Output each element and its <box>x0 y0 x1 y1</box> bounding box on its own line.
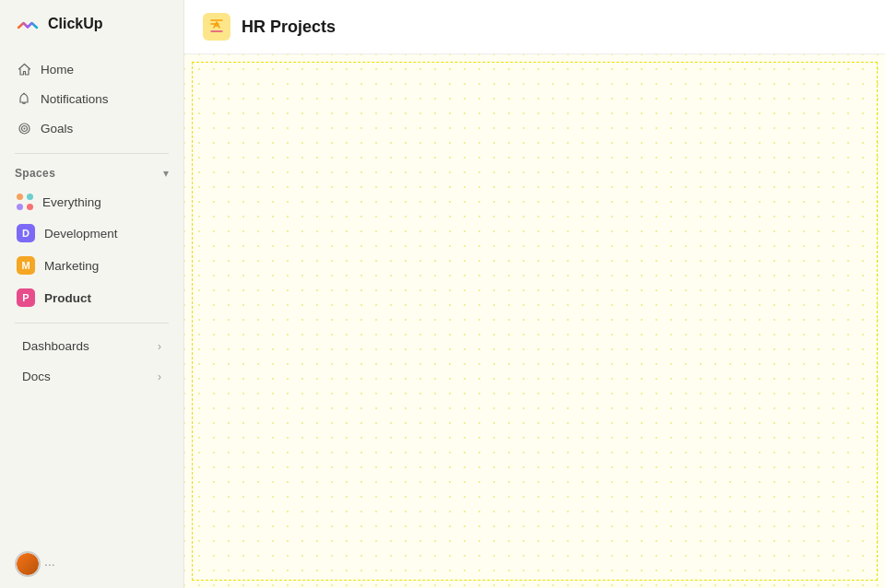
sidebar-item-docs[interactable]: Docs › <box>7 362 176 391</box>
sidebar-item-dashboards[interactable]: Dashboards › <box>7 332 176 360</box>
sidebar-item-product[interactable]: P Product <box>7 282 176 313</box>
nav-items: Home Notifications Goals <box>0 52 183 146</box>
marketing-badge: M <box>17 256 35 275</box>
sidebar-item-notifications[interactable]: Notifications <box>7 85 176 112</box>
divider-1 <box>15 153 169 154</box>
space-items: Everything D Development M Marketing P P… <box>0 185 183 315</box>
page-title: HR Projects <box>242 18 336 37</box>
spaces-header[interactable]: Spaces ▾ <box>0 161 183 185</box>
main-header: HR Projects <box>184 0 885 54</box>
sidebar-item-notifications-label: Notifications <box>41 92 109 106</box>
dot-grid-background <box>184 54 885 588</box>
avatar-menu-icon: ··· <box>44 557 55 571</box>
home-icon <box>17 62 31 76</box>
goals-icon <box>17 121 31 135</box>
everything-icon <box>17 194 33 210</box>
hr-projects-icon <box>203 13 230 41</box>
sidebar-item-home-label: Home <box>41 63 74 76</box>
sidebar-item-everything-label: Everything <box>42 195 101 209</box>
main-body <box>184 54 885 588</box>
clickup-logo-icon <box>15 11 41 37</box>
development-badge: D <box>17 224 35 242</box>
divider-2 <box>15 323 169 323</box>
sidebar: ClickUp Home Notifications <box>0 0 184 588</box>
main-content: HR Projects <box>184 0 885 588</box>
docs-label: Docs <box>22 370 51 383</box>
sidebar-item-marketing-label: Marketing <box>44 259 99 273</box>
sidebar-item-everything[interactable]: Everything <box>7 187 176 217</box>
spaces-chevron-icon: ▾ <box>163 167 169 180</box>
docs-chevron-icon: › <box>158 370 161 383</box>
logo-area[interactable]: ClickUp <box>0 0 183 48</box>
sidebar-item-home[interactable]: Home <box>7 55 176 83</box>
sidebar-item-development-label: Development <box>44 227 118 241</box>
dashboards-chevron-icon: › <box>158 340 161 353</box>
avatar <box>17 553 39 575</box>
avatar-ring <box>15 551 41 577</box>
sidebar-item-product-label: Product <box>44 291 91 305</box>
user-avatar-group[interactable]: ··· <box>15 551 55 577</box>
sidebar-item-goals[interactable]: Goals <box>7 114 176 142</box>
spaces-label: Spaces <box>15 167 55 180</box>
bell-icon <box>17 91 31 106</box>
sidebar-bottom: ··· <box>0 540 183 588</box>
svg-rect-4 <box>203 13 230 41</box>
dashboards-label: Dashboards <box>22 339 89 353</box>
sidebar-item-goals-label: Goals <box>41 122 73 135</box>
sidebar-item-marketing[interactable]: M Marketing <box>7 250 176 281</box>
app-name: ClickUp <box>48 16 103 32</box>
svg-point-3 <box>23 127 25 129</box>
sidebar-item-development[interactable]: D Development <box>7 218 176 249</box>
product-badge: P <box>17 288 35 307</box>
